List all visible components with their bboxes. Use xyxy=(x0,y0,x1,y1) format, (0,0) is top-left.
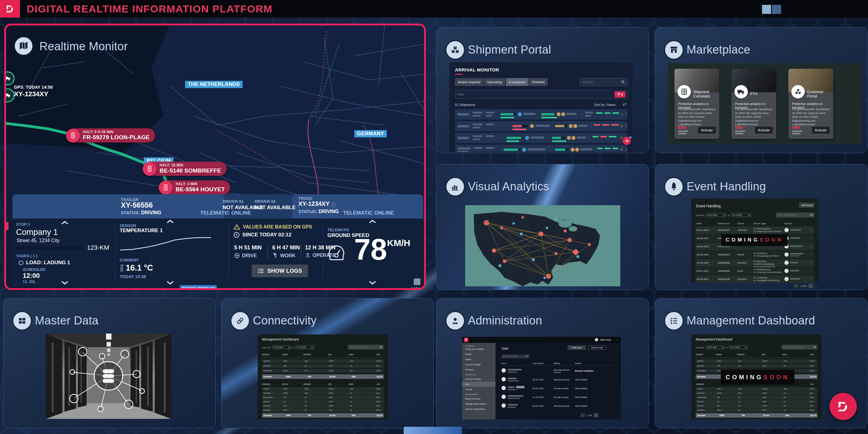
row-menu-icon[interactable]: ⋮ xyxy=(624,112,628,116)
row-menu-icon[interactable]: ⋮ xyxy=(810,236,813,239)
sidebar-item[interactable]: Billing Summary xyxy=(462,396,495,401)
report-problem-button[interactable]: REPORT PROBLEM xyxy=(180,285,217,290)
info-icon[interactable]: i xyxy=(331,202,336,207)
sidebar-item[interactable]: Groups xyxy=(462,387,495,392)
shipment-row[interactable]: ⚠⋮ xyxy=(455,145,627,152)
us-network-map[interactable] xyxy=(465,205,620,286)
row-menu-icon[interactable]: ⋮ xyxy=(612,378,615,381)
row-menu-icon[interactable]: ⋮ xyxy=(612,369,615,372)
chevron-down-icon[interactable] xyxy=(61,281,69,285)
filter-bar[interactable] xyxy=(455,90,627,99)
date-to-input[interactable]: 31.12.2021 xyxy=(731,213,751,217)
tile-shipment-portal[interactable]: Shipment Portal ARRIVAL MONITOR Action r… xyxy=(436,27,649,153)
show-logs-button[interactable]: SHOW LOGS xyxy=(252,265,308,277)
marketplace-card[interactable]: Customer Portal Predictive analytics in … xyxy=(788,69,833,139)
marketplace-card[interactable]: Shipment Calculator Predictive analytics… xyxy=(675,69,719,139)
activate-button[interactable]: Activate xyxy=(811,126,830,134)
company-search[interactable] xyxy=(782,345,817,349)
halt-marker[interactable]: HALT: 6 H 26 MINFR-59279 LOON-PLAGE xyxy=(67,128,155,142)
row-menu-icon[interactable]: ⋮ xyxy=(810,269,813,272)
company-search[interactable] xyxy=(776,212,814,218)
activate-button[interactable]: Activate xyxy=(698,126,716,134)
shipment-row[interactable]: ⚠⋮ xyxy=(455,121,627,131)
search-input[interactable] xyxy=(582,80,619,84)
page-next-button[interactable]: › xyxy=(594,413,598,418)
user-row[interactable]: 03.02.2022 No site access View Details ⋮ xyxy=(501,385,615,393)
tile-marketplace[interactable]: Marketplace Shipment Calculator Predicti… xyxy=(655,27,867,153)
sort-icon[interactable] xyxy=(623,103,626,106)
date-to-input[interactable]: 31.12.2021 xyxy=(729,345,748,349)
row-menu-icon[interactable]: ⋮ xyxy=(810,244,813,247)
filter-button[interactable] xyxy=(615,91,625,97)
user-search[interactable] xyxy=(501,355,529,358)
shipment-row[interactable]: ⚠⋮ xyxy=(455,133,627,143)
row-menu-icon[interactable]: ⋮ xyxy=(624,147,628,152)
tab-in-progress[interactable]: In progress xyxy=(506,78,528,86)
row-menu-icon[interactable]: ⋮ xyxy=(810,228,813,231)
row-menu-icon[interactable]: ⋮ xyxy=(810,261,813,264)
activate-button[interactable]: Activate xyxy=(754,126,773,134)
sidebar-item[interactable]: Account Settings xyxy=(462,376,495,381)
date-from-input[interactable]: 01.01.2021 xyxy=(706,213,726,217)
shipment-portal-launch-button[interactable] xyxy=(623,137,631,145)
tile-administration[interactable]: Administration D John Doe → Profile and … xyxy=(436,298,649,428)
sidebar-item[interactable]: Manage Subscriptions xyxy=(462,401,495,406)
tile-connectivity[interactable]: Connectivity Management Dashboard Date f… xyxy=(221,298,434,428)
sidebar-item[interactable]: E-Mail xyxy=(462,352,495,357)
tab-finished[interactable]: Finished xyxy=(529,78,548,86)
date-from-input[interactable]: 01.01.2021 xyxy=(272,345,291,349)
page-next-button[interactable]: › xyxy=(808,284,813,288)
halt-marker[interactable]: HALT: 3 MINBE-5564 HOUYET xyxy=(160,180,230,195)
sidebar-item-user[interactable]: User xyxy=(462,381,495,387)
user-row[interactable]: 20.12.2021 Has site access View Details … xyxy=(501,376,615,385)
add-event-button[interactable]: Add Event xyxy=(799,203,814,208)
row-menu-icon[interactable]: ⋮ xyxy=(612,404,615,407)
row-menu-icon[interactable]: ⋮ xyxy=(624,124,628,128)
date-to-input[interactable]: 31.12.2021 xyxy=(295,345,314,349)
tile-realtime-monitor[interactable]: Realtime Monitor GPS: TODAY 14:50 XY-123… xyxy=(4,24,426,290)
shipment-row[interactable]: ✓⋮ xyxy=(455,109,627,120)
chevron-up-icon[interactable] xyxy=(369,220,376,223)
user-row[interactable]: 14.12.2021 No site access View Details ⋮ xyxy=(501,394,615,402)
row-menu-icon[interactable]: ⋮ xyxy=(810,277,813,280)
marketplace-card[interactable]: PTV Predictive analytics in transport Fü… xyxy=(732,69,776,139)
tab-upcoming[interactable]: Upcoming xyxy=(484,78,505,86)
tile-master-data[interactable]: Master Data xyxy=(3,298,216,428)
page-prev-button[interactable]: ‹ xyxy=(580,413,585,418)
tile-event-handling[interactable]: Event Handling Event Handling Add Event … xyxy=(655,164,867,290)
event-row[interactable]: 15.04.2021400003673 04 Zustellung31 Vers… xyxy=(695,251,814,259)
sidebar-item[interactable]: Products xyxy=(462,367,495,372)
row-menu-icon[interactable]: ⋮ xyxy=(612,395,615,398)
sidebar-item[interactable]: Safety xyxy=(462,357,495,362)
event-row[interactable]: 09.09.2021400003159 04 Zustellung40 Vers… xyxy=(695,275,814,283)
row-menu-icon[interactable]: ⋮ xyxy=(810,253,813,256)
page-prev-button[interactable]: ‹ xyxy=(794,284,799,288)
platform-logo-icon[interactable]: D xyxy=(0,0,20,18)
map-control[interactable] xyxy=(414,278,421,285)
company-search-input[interactable] xyxy=(777,214,809,216)
event-row[interactable]: 21.05.2021400003660 02 Abholung28 ADR-Au… xyxy=(695,259,814,267)
event-row[interactable]: 01.01.2021400003297 01 Beauftragung11 Li… xyxy=(695,226,814,234)
halt-marker[interactable]: HALT: 18 MINBE-5140 SOMBREFFE xyxy=(144,162,226,176)
user-row[interactable]: - Has site access Resend invitation ⋮ xyxy=(501,367,615,376)
chevron-down-icon[interactable] xyxy=(369,281,376,285)
sort-by[interactable]: Sort by: Name xyxy=(594,103,615,106)
export-user-button[interactable]: Export user xyxy=(588,345,606,350)
chevron-down-icon[interactable] xyxy=(166,281,174,285)
invite-user-button[interactable]: Invite user xyxy=(567,345,586,350)
tab-action-required[interactable]: Action required xyxy=(455,78,484,86)
search-box[interactable] xyxy=(580,78,627,86)
user-row[interactable]: 23.02.2022 Has site access View Details … xyxy=(501,402,615,411)
chevron-up-icon[interactable] xyxy=(166,220,174,223)
event-row[interactable]: 05.07.2021400003810 01 Beauftragung11 Li… xyxy=(695,267,814,275)
sidebar-item[interactable]: Profile and Visibility xyxy=(462,346,495,352)
company-search[interactable] xyxy=(348,345,384,349)
platform-logo-button[interactable]: D xyxy=(830,393,857,420)
row-menu-icon[interactable]: ⋮ xyxy=(612,387,615,390)
sidebar-item[interactable]: Discover applications xyxy=(462,406,495,411)
filter-input[interactable] xyxy=(457,93,602,96)
date-from-input[interactable]: 01.01.2021 xyxy=(706,345,725,349)
logout-icon[interactable]: → xyxy=(615,338,618,341)
sidebar-item[interactable]: Account settings xyxy=(462,362,495,367)
chevron-up-icon[interactable] xyxy=(61,221,69,225)
